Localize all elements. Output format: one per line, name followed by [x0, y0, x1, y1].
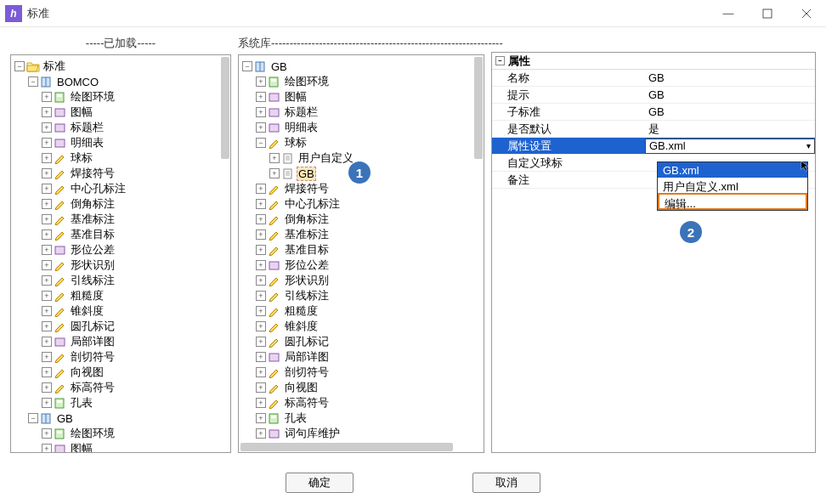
tree-node[interactable]: +焊接符号: [13, 166, 229, 181]
tree-node[interactable]: −GB: [240, 59, 482, 74]
expander-icon[interactable]: +: [42, 153, 52, 163]
expander-icon[interactable]: +: [256, 199, 266, 209]
expander-icon[interactable]: +: [256, 107, 266, 117]
tree-node[interactable]: +形位公差: [13, 242, 229, 258]
node-label[interactable]: 圆孔标记: [283, 334, 331, 349]
expander-icon[interactable]: +: [42, 352, 52, 362]
node-label[interactable]: 焊接符号: [69, 166, 116, 181]
node-label[interactable]: GB: [269, 60, 289, 73]
expander-icon[interactable]: +: [256, 337, 266, 347]
tree-node[interactable]: +向视图: [13, 365, 229, 380]
expander-icon[interactable]: +: [256, 214, 266, 224]
node-label[interactable]: 焊接符号: [283, 181, 331, 196]
expander-icon[interactable]: +: [256, 367, 266, 377]
tree-node[interactable]: +粗糙度: [240, 303, 482, 319]
tree-node[interactable]: +圆孔标记: [13, 319, 229, 334]
node-label[interactable]: 形位公差: [283, 258, 331, 273]
node-label[interactable]: 形状识别: [69, 258, 116, 273]
expander-icon[interactable]: +: [42, 260, 52, 270]
node-label[interactable]: 标高符号: [283, 395, 331, 411]
expander-icon[interactable]: +: [256, 428, 266, 439]
expander-icon[interactable]: +: [42, 107, 52, 117]
expander-icon[interactable]: +: [42, 275, 52, 286]
node-label[interactable]: 标题栏: [69, 120, 105, 135]
node-label[interactable]: 引线标注: [69, 273, 116, 288]
tree-node[interactable]: −球标: [240, 135, 482, 150]
node-label[interactable]: GB: [297, 167, 316, 181]
expander-icon[interactable]: +: [42, 92, 52, 102]
attr-dropdown[interactable]: GB.xml 用户自定义.xml 编辑...: [657, 161, 808, 211]
tree-node[interactable]: +锥斜度: [240, 319, 482, 334]
node-label[interactable]: 明细表: [283, 120, 320, 135]
node-label[interactable]: 倒角标注: [283, 212, 331, 227]
expander-icon[interactable]: +: [42, 382, 52, 393]
tree-node[interactable]: +图幅: [13, 105, 229, 120]
expander-icon[interactable]: −: [256, 138, 266, 148]
tree-node[interactable]: +绘图环境: [13, 426, 229, 441]
expander-icon[interactable]: +: [256, 413, 266, 423]
tree-node[interactable]: +剖切符号: [13, 349, 229, 365]
expander-icon[interactable]: +: [256, 76, 266, 87]
expander-icon[interactable]: +: [256, 184, 266, 194]
dropdown-option-userxml[interactable]: 用户自定义.xml: [658, 178, 807, 193]
tree-node[interactable]: +形状识别: [240, 273, 482, 288]
tree-node[interactable]: +剖切符号: [240, 365, 482, 380]
props-header[interactable]: −属性: [492, 53, 815, 70]
expander-icon[interactable]: +: [256, 245, 266, 255]
tree-node[interactable]: +标高符号: [13, 380, 229, 395]
tree-node[interactable]: +基准标注: [13, 212, 229, 227]
node-label[interactable]: 剖切符号: [69, 349, 116, 365]
scrollbar-h[interactable]: [240, 443, 453, 451]
expander-icon[interactable]: +: [42, 184, 52, 194]
expander-icon[interactable]: −: [28, 76, 38, 87]
expander-icon[interactable]: +: [42, 337, 52, 347]
dropdown-option-edit[interactable]: 编辑...: [658, 193, 807, 210]
tree-node[interactable]: +绘图环境: [13, 89, 229, 105]
expander-icon[interactable]: +: [42, 199, 52, 209]
tree-node[interactable]: +中心孔标注: [13, 181, 229, 196]
node-label[interactable]: 孔表: [283, 411, 308, 426]
node-label[interactable]: 向视图: [69, 365, 105, 380]
expander-icon[interactable]: +: [256, 382, 266, 393]
expander-icon[interactable]: +: [256, 306, 266, 316]
node-label[interactable]: GB: [55, 412, 75, 425]
tree-node[interactable]: +形状识别: [13, 258, 229, 273]
expander-icon[interactable]: +: [256, 275, 266, 286]
expander-icon[interactable]: −: [242, 61, 252, 71]
expander-icon[interactable]: +: [256, 398, 266, 408]
node-label[interactable]: 粗糙度: [69, 288, 105, 303]
node-label[interactable]: 球标: [283, 135, 308, 150]
tree-node[interactable]: +粗糙度: [13, 288, 229, 303]
scrollbar-v[interactable]: [221, 57, 229, 159]
node-label[interactable]: 标题栏: [283, 105, 320, 120]
prop-row[interactable]: 子标准GB: [492, 104, 815, 121]
expander-icon[interactable]: +: [256, 92, 266, 102]
node-label[interactable]: 局部详图: [69, 334, 116, 349]
node-label[interactable]: 词句库维护: [283, 426, 342, 441]
tree-node[interactable]: +标高符号: [240, 395, 482, 411]
tree-node[interactable]: +倒角标注: [13, 196, 229, 212]
loaded-tree[interactable]: −标准−BOMCO+绘图环境+图幅+标题栏+明细表+球标+焊接符号+中心孔标注+…: [11, 55, 230, 452]
prop-row[interactable]: 名称GB: [492, 70, 815, 87]
node-label[interactable]: 倒角标注: [69, 196, 116, 212]
expander-icon[interactable]: −: [28, 413, 38, 423]
node-label[interactable]: 图幅: [69, 441, 94, 452]
node-label[interactable]: 孔表: [69, 395, 94, 411]
node-label[interactable]: 中心孔标注: [69, 181, 127, 196]
expander-icon[interactable]: +: [42, 214, 52, 224]
node-label[interactable]: 圆孔标记: [69, 319, 116, 334]
tree-node[interactable]: +局部详图: [240, 349, 482, 365]
tree-node[interactable]: +明细表: [13, 135, 229, 150]
expander-icon[interactable]: +: [42, 291, 52, 301]
expander-icon[interactable]: +: [42, 367, 52, 377]
expander-icon[interactable]: +: [42, 229, 52, 240]
expander-icon[interactable]: +: [256, 229, 266, 240]
node-label[interactable]: 粗糙度: [283, 303, 320, 319]
prop-row[interactable]: 提示GB: [492, 87, 815, 104]
expander-icon[interactable]: +: [42, 428, 52, 439]
tree-node[interactable]: +基准目标: [13, 227, 229, 242]
expander-icon[interactable]: +: [42, 138, 52, 148]
tree-node[interactable]: +标题栏: [240, 105, 482, 120]
node-label[interactable]: 明细表: [69, 135, 105, 150]
expander-icon[interactable]: +: [256, 352, 266, 362]
